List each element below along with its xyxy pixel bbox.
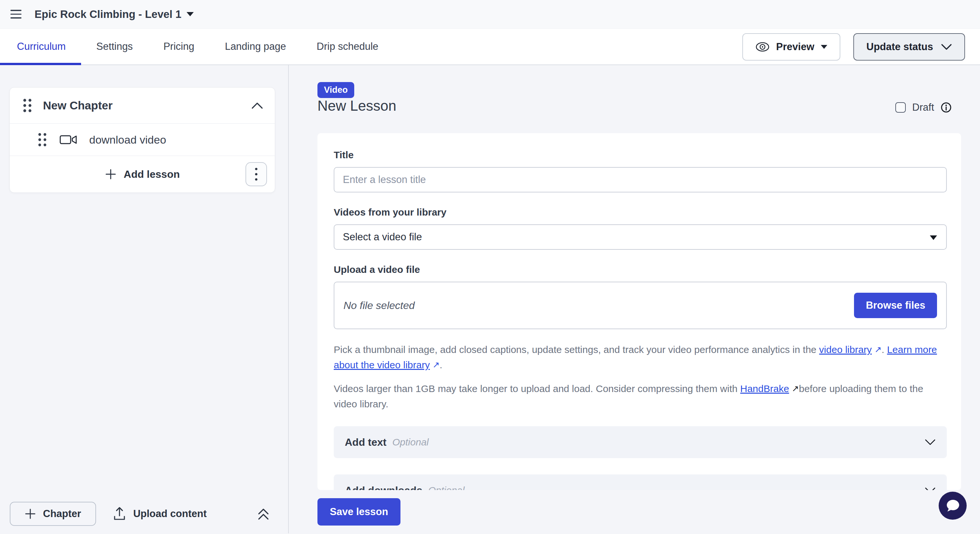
add-downloads-label: Add downloads [345, 485, 422, 490]
drag-handle-icon[interactable] [37, 131, 48, 148]
page-title: New Lesson [317, 98, 396, 114]
add-lesson-button[interactable]: Add lesson [105, 168, 180, 180]
link-label: HandBrake [740, 383, 789, 394]
curriculum-sidebar: New Chapter download vi [0, 65, 289, 533]
update-status-button[interactable]: Update status [853, 33, 965, 60]
tabs: Curriculum Settings Pricing Landing page… [0, 29, 394, 65]
video-library-select[interactable]: Select a video file [334, 224, 947, 250]
browse-files-button[interactable]: Browse files [854, 293, 937, 318]
external-link-icon: ↗ [433, 358, 440, 372]
tab-drip-schedule[interactable]: Drip schedule [301, 29, 394, 65]
chevron-down-icon [925, 439, 936, 445]
caret-down-icon [821, 45, 827, 49]
tabbar-actions: Preview Update status [742, 33, 965, 60]
chat-bubble-icon [945, 499, 960, 512]
external-link-icon: ↗ [792, 381, 799, 396]
plus-icon [105, 168, 116, 180]
chapter-options-button[interactable] [245, 162, 267, 186]
chapter-header[interactable]: New Chapter [10, 87, 275, 123]
tab-bar: Curriculum Settings Pricing Landing page… [0, 29, 980, 65]
external-link-icon: ↗ [875, 342, 882, 357]
video-camera-icon [59, 134, 78, 146]
tab-settings[interactable]: Settings [81, 29, 148, 65]
lesson-type-badge: Video [317, 82, 354, 98]
link-label: video library [819, 344, 872, 355]
draft-label: Draft [912, 102, 934, 113]
chevron-down-icon [925, 487, 936, 490]
library-field-label: Videos from your library [334, 207, 947, 218]
video-library-selected-value: Select a video file [343, 231, 422, 243]
lesson-editor: Video New Lesson Draft Title Videos from… [289, 65, 980, 533]
add-lesson-label: Add lesson [124, 168, 180, 180]
tab-landing-page[interactable]: Landing page [210, 29, 301, 65]
upload-content-label: Upload content [133, 508, 207, 520]
upload-field-label: Upload a video file [334, 264, 947, 275]
lesson-form-card: Title Videos from your library Select a … [317, 133, 961, 490]
save-lesson-button[interactable]: Save lesson [317, 498, 401, 526]
add-text-label: Add text [345, 436, 387, 448]
draft-checkbox[interactable] [895, 102, 906, 113]
add-chapter-button[interactable]: Chapter [10, 502, 96, 526]
handbrake-link[interactable]: HandBrake [740, 383, 789, 394]
collapse-all-button[interactable] [257, 507, 270, 521]
upload-content-button[interactable]: Upload content [113, 507, 207, 521]
tab-label: Drip schedule [317, 41, 379, 52]
top-bar: Epic Rock Climbing - Level 1 [0, 0, 980, 29]
chapter-title: New Chapter [43, 99, 251, 112]
lesson-title: download video [89, 134, 166, 146]
compression-help-text: Videos larger than 1GB may take longer t… [334, 381, 947, 411]
optional-tag: Optional [428, 485, 925, 490]
chat-widget-button[interactable] [939, 492, 967, 520]
preview-button[interactable]: Preview [742, 33, 840, 60]
optional-tag: Optional [392, 437, 925, 448]
info-icon[interactable] [940, 102, 952, 113]
tab-label: Landing page [225, 41, 286, 52]
course-title: Epic Rock Climbing - Level 1 [35, 8, 181, 21]
chevron-down-icon [186, 12, 194, 16]
no-file-text: No file selected [344, 300, 854, 312]
course-title-dropdown[interactable]: Epic Rock Climbing - Level 1 [35, 8, 194, 21]
chapter-card: New Chapter download vi [10, 87, 275, 193]
add-downloads-accordion[interactable]: Add downloads Optional [334, 474, 947, 490]
add-text-accordion[interactable]: Add text Optional [334, 426, 947, 458]
sidebar-footer: Chapter Upload content [0, 501, 288, 526]
add-chapter-label: Chapter [43, 508, 81, 520]
video-library-help-text: Pick a thumbnail image, add closed capti… [334, 342, 947, 373]
video-library-link[interactable]: video library [819, 344, 872, 355]
eye-icon [755, 42, 770, 52]
chevron-down-icon [941, 44, 952, 50]
upload-icon [113, 507, 126, 521]
help-text: . [882, 344, 887, 355]
preview-label: Preview [776, 41, 814, 53]
hamburger-menu-icon[interactable] [10, 10, 21, 19]
tab-label: Settings [96, 41, 133, 52]
drag-handle-icon[interactable] [21, 96, 34, 114]
help-text: Videos larger than 1GB may take longer t… [334, 383, 740, 394]
plus-icon [25, 508, 36, 519]
tab-label: Curriculum [17, 41, 66, 52]
draft-toggle-group: Draft [895, 102, 952, 113]
tab-curriculum[interactable]: Curriculum [0, 29, 81, 65]
update-status-label: Update status [866, 41, 933, 53]
kebab-menu-icon [255, 167, 258, 181]
title-field-label: Title [334, 149, 947, 161]
chapter-card-footer: Add lesson [10, 156, 275, 192]
help-text: Pick a thumbnail image, add closed capti… [334, 344, 819, 355]
caret-down-icon [930, 235, 937, 240]
file-upload-box: No file selected Browse files [334, 282, 947, 329]
lesson-title-input[interactable] [334, 167, 947, 192]
help-text: . [439, 359, 442, 370]
tab-label: Pricing [164, 41, 194, 52]
double-chevron-up-icon [257, 507, 270, 521]
tab-pricing[interactable]: Pricing [148, 29, 210, 65]
lesson-item[interactable]: download video [10, 124, 275, 156]
chevron-up-icon[interactable] [251, 102, 263, 109]
